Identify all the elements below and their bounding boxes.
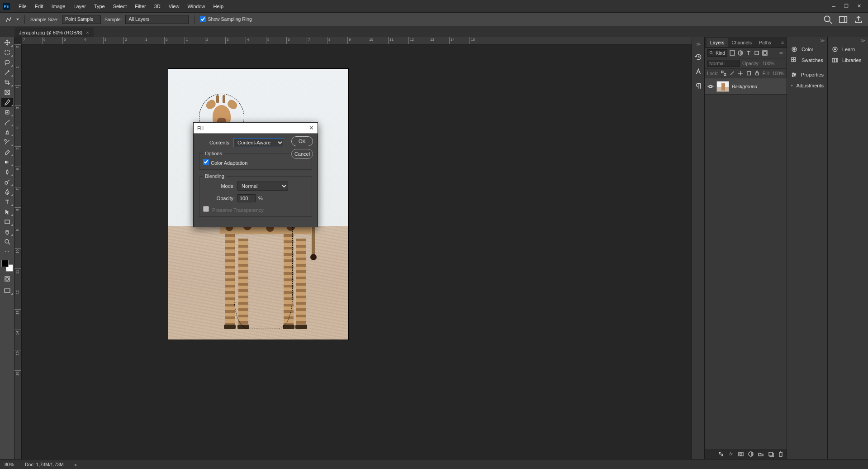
menu-layer[interactable]: Layer <box>69 0 90 13</box>
zoom-tool-icon[interactable] <box>1 237 13 246</box>
panel-properties[interactable]: Properties <box>787 69 827 80</box>
layer-row-background[interactable]: Background <box>705 78 787 95</box>
fill-value[interactable]: 100% <box>772 71 784 76</box>
filter-shape-icon[interactable] <box>754 50 760 56</box>
panel-swatches[interactable]: Swatches <box>787 55 827 66</box>
panel-menu-icon[interactable]: ≡ <box>778 38 787 47</box>
menu-edit[interactable]: Edit <box>31 0 47 13</box>
screen-mode-icon[interactable] <box>1 286 13 295</box>
quick-mask-icon[interactable] <box>1 274 13 283</box>
layer-opacity-value[interactable]: 100% <box>763 61 775 66</box>
dialog-title-bar[interactable]: Fill ✕ <box>194 123 318 134</box>
window-restore-icon[interactable]: ❐ <box>840 2 853 11</box>
lasso-tool-icon[interactable] <box>1 58 13 67</box>
new-layer-icon[interactable] <box>768 451 774 457</box>
layer-thumbnail[interactable] <box>716 81 729 92</box>
status-docsize[interactable]: Doc: 1,73M/1,73M <box>25 462 64 467</box>
lock-position-icon[interactable] <box>737 70 744 77</box>
menu-type[interactable]: Type <box>90 0 109 13</box>
filter-adjust-icon[interactable] <box>737 50 744 56</box>
window-minimize-icon[interactable]: ─ <box>827 2 840 11</box>
menu-image[interactable]: Image <box>47 0 70 13</box>
brush-tool-icon[interactable] <box>1 118 13 127</box>
lock-all-icon[interactable] <box>754 70 760 77</box>
menu-3d[interactable]: 3D <box>150 0 165 13</box>
lock-pixels-icon[interactable] <box>729 70 735 77</box>
tab-paths[interactable]: Paths <box>755 38 775 47</box>
marquee-tool-icon[interactable] <box>1 48 13 57</box>
filter-pixel-icon[interactable] <box>729 50 735 56</box>
blur-tool-icon[interactable] <box>1 168 13 177</box>
crop-tool-icon[interactable] <box>1 78 13 87</box>
sample-size-dropdown[interactable]: Point Sample <box>62 15 101 24</box>
close-tab-icon[interactable]: × <box>86 30 89 35</box>
paragraph-icon[interactable] <box>694 82 702 90</box>
collapse-mid-icon[interactable]: ≫ <box>787 37 827 44</box>
current-tool-icon[interactable] <box>5 15 13 24</box>
pen-tool-icon[interactable] <box>1 187 13 196</box>
magic-wand-tool-icon[interactable] <box>1 68 13 77</box>
rectangle-tool-icon[interactable] <box>1 217 13 226</box>
layer-name[interactable]: Background <box>732 84 757 89</box>
frame-tool-icon[interactable] <box>1 88 13 97</box>
path-selection-tool-icon[interactable] <box>1 207 13 216</box>
edit-toolbar-icon[interactable]: ⋯ <box>1 247 13 256</box>
collapse-far-icon[interactable]: ≫ <box>828 37 868 44</box>
character-icon[interactable] <box>694 67 702 76</box>
delete-icon[interactable] <box>778 451 784 457</box>
ok-button[interactable]: OK <box>291 136 313 146</box>
move-tool-icon[interactable] <box>1 38 13 47</box>
tab-layers[interactable]: Layers <box>707 38 728 47</box>
group-icon[interactable] <box>758 451 764 457</box>
eyedropper-tool-icon[interactable] <box>1 98 13 107</box>
menu-help[interactable]: Help <box>209 0 228 13</box>
color-adaptation-checkbox[interactable]: Color Adaptation <box>203 160 247 166</box>
tab-channels[interactable]: Channels <box>728 38 755 47</box>
canvas-area[interactable]: 76543210123456789101112131415 0123456789… <box>14 37 692 459</box>
panel-learn[interactable]: Learn <box>828 44 868 55</box>
filter-smart-icon[interactable] <box>762 50 768 56</box>
hand-tool-icon[interactable] <box>1 227 13 236</box>
filter-toggle-icon[interactable] <box>778 50 784 56</box>
healing-brush-tool-icon[interactable] <box>1 108 13 117</box>
mode-dropdown[interactable]: Normal <box>237 182 288 191</box>
link-layers-icon[interactable] <box>718 451 724 457</box>
sample-dropdown[interactable]: All Layers <box>125 15 189 24</box>
blend-mode-dropdown[interactable]: Normal <box>707 60 740 67</box>
menu-filter[interactable]: Filter <box>131 0 150 13</box>
contents-dropdown[interactable]: Content-Aware <box>233 138 284 147</box>
filter-type-icon[interactable] <box>745 50 752 56</box>
menu-select[interactable]: Select <box>109 0 131 13</box>
history-icon[interactable] <box>694 53 702 61</box>
show-sampling-ring-checkbox[interactable]: Show Sampling Ring <box>200 16 251 23</box>
status-zoom[interactable]: 80% <box>5 462 14 467</box>
filter-kind-dropdown[interactable]: Kind <box>707 49 727 57</box>
color-swatches[interactable] <box>1 260 13 272</box>
menu-view[interactable]: View <box>165 0 184 13</box>
gradient-tool-icon[interactable] <box>1 158 13 167</box>
type-tool-icon[interactable] <box>1 197 13 206</box>
eraser-tool-icon[interactable] <box>1 148 13 157</box>
fx-icon[interactable]: fx <box>728 451 734 457</box>
share-icon[interactable] <box>854 14 863 24</box>
cancel-button[interactable]: Cancel <box>291 149 313 159</box>
search-icon[interactable] <box>823 14 833 24</box>
workspace-icon[interactable] <box>838 14 848 24</box>
lock-transparency-icon[interactable] <box>721 70 727 77</box>
tool-preset-dropdown-icon[interactable] <box>16 19 19 20</box>
lock-artboard-icon[interactable] <box>746 70 752 77</box>
layer-visibility-icon[interactable] <box>707 83 714 90</box>
clone-stamp-tool-icon[interactable] <box>1 128 13 137</box>
history-brush-tool-icon[interactable] <box>1 138 13 147</box>
dodge-tool-icon[interactable] <box>1 177 13 187</box>
document-tab[interactable]: Jerapah.jpg @ 80% (RGB/8) × <box>14 28 94 37</box>
adjustment-layer-icon[interactable] <box>748 451 754 457</box>
menu-window[interactable]: Window <box>183 0 209 13</box>
menu-file[interactable]: File <box>14 0 31 13</box>
dialog-close-icon[interactable]: ✕ <box>309 124 314 131</box>
panel-color[interactable]: Color <box>787 44 827 55</box>
panel-libraries[interactable]: Libraries <box>828 55 868 66</box>
window-close-icon[interactable]: ✕ <box>853 2 865 11</box>
panel-adjustments[interactable]: Adjustments <box>787 80 827 91</box>
mask-icon[interactable] <box>738 451 744 457</box>
